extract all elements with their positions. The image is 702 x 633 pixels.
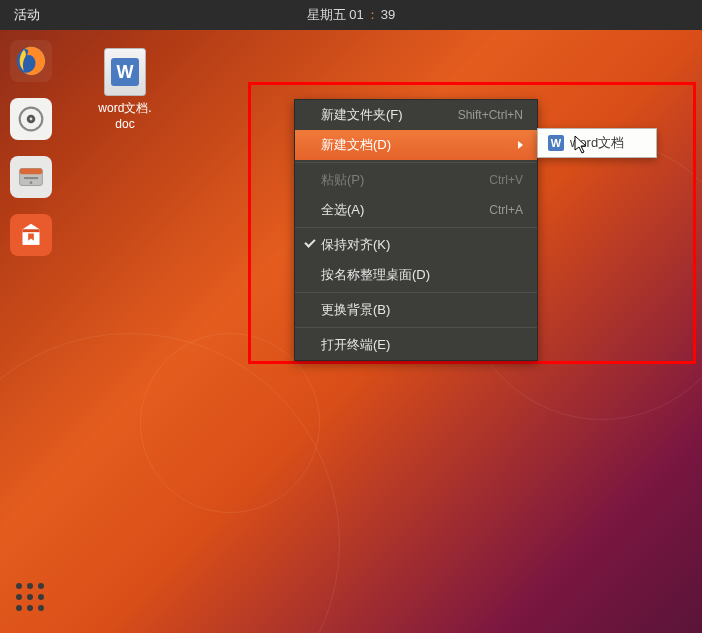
svg-rect-5: [20, 169, 43, 175]
clock-min: 39: [381, 7, 395, 22]
menu-separator: [295, 292, 537, 293]
software-icon[interactable]: [10, 214, 52, 256]
menu-label: 打开终端(E): [321, 336, 390, 354]
check-icon: [304, 236, 315, 247]
menu-label: 保持对齐(K): [321, 236, 390, 254]
show-applications-icon[interactable]: [16, 583, 44, 611]
menu-label: 粘贴(P): [321, 171, 364, 189]
mouse-cursor-icon: [574, 135, 590, 159]
word-icon: W: [548, 135, 564, 151]
clock-day: 星期五: [307, 7, 346, 22]
firefox-icon[interactable]: [10, 40, 52, 82]
rhythmbox-icon[interactable]: [10, 98, 52, 140]
svg-point-7: [30, 181, 33, 184]
clock-hour: 01: [349, 7, 363, 22]
menu-new-folder[interactable]: 新建文件夹(F) Shift+Ctrl+N: [295, 100, 537, 130]
clock-colon: ：: [366, 7, 379, 22]
word-file-icon: W: [104, 48, 146, 96]
submenu-word-doc[interactable]: W word文档: [538, 129, 656, 157]
menu-new-document[interactable]: 新建文档(D): [295, 130, 537, 160]
decoration: [140, 333, 320, 513]
new-document-submenu: W word文档: [537, 128, 657, 158]
menu-label: 按名称整理桌面(D): [321, 266, 430, 284]
menu-select-all[interactable]: 全选(A) Ctrl+A: [295, 195, 537, 225]
svg-rect-9: [23, 229, 40, 232]
submenu-arrow-icon: [518, 141, 523, 149]
file-label-line1: word文档.: [90, 100, 160, 117]
menu-shortcut: Ctrl+A: [489, 203, 523, 217]
clock[interactable]: 星期五 01：39: [307, 6, 396, 24]
menu-shortcut: Ctrl+V: [489, 173, 523, 187]
activities-button[interactable]: 活动: [0, 6, 54, 24]
files-icon[interactable]: [10, 156, 52, 198]
menu-label: 更换背景(B): [321, 301, 390, 319]
menu-separator: [295, 227, 537, 228]
menu-shortcut: Shift+Ctrl+N: [458, 108, 523, 122]
dock: [0, 30, 62, 633]
menu-label: 新建文档(D): [321, 136, 391, 154]
top-bar: 活动 星期五 01：39: [0, 0, 702, 30]
menu-open-terminal[interactable]: 打开终端(E): [295, 330, 537, 360]
desktop-file-word-doc[interactable]: W word文档. doc: [90, 48, 160, 131]
word-badge: W: [111, 58, 139, 86]
desktop[interactable]: 活动 星期五 01：39 W word文档. doc: [0, 0, 702, 633]
menu-organize-by-name[interactable]: 按名称整理桌面(D): [295, 260, 537, 290]
menu-label: 全选(A): [321, 201, 364, 219]
menu-keep-aligned[interactable]: 保持对齐(K): [295, 230, 537, 260]
menu-paste: 粘贴(P) Ctrl+V: [295, 165, 537, 195]
menu-separator: [295, 327, 537, 328]
desktop-context-menu: 新建文件夹(F) Shift+Ctrl+N 新建文档(D) 粘贴(P) Ctrl…: [294, 99, 538, 361]
svg-rect-6: [24, 177, 38, 179]
file-label-line2: doc: [90, 117, 160, 131]
menu-label: 新建文件夹(F): [321, 106, 403, 124]
svg-point-3: [30, 118, 33, 121]
menu-separator: [295, 162, 537, 163]
menu-change-background[interactable]: 更换背景(B): [295, 295, 537, 325]
